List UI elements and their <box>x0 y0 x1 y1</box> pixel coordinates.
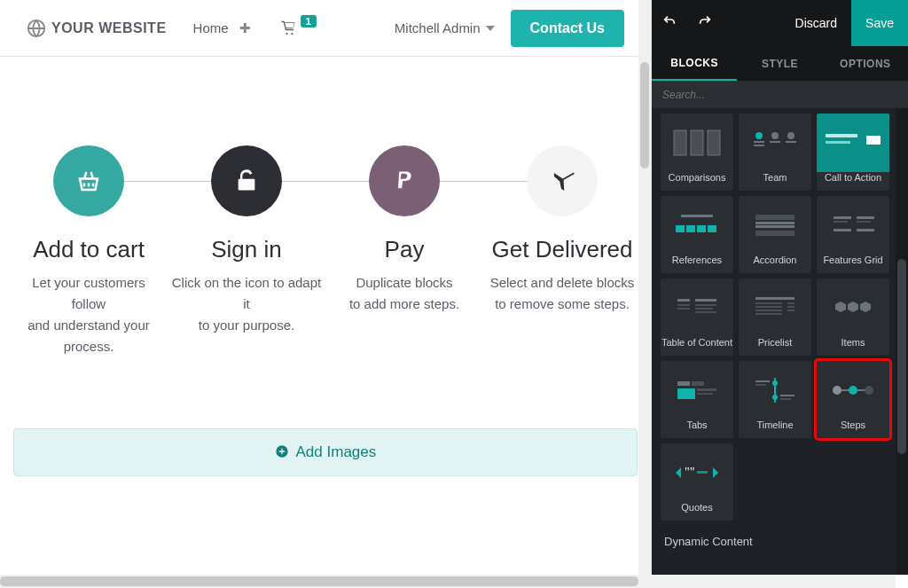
svg-point-7 <box>755 132 763 139</box>
plane-icon <box>527 145 598 216</box>
svg-rect-5 <box>691 130 703 155</box>
save-button[interactable]: Save <box>851 0 908 46</box>
steps-block[interactable]: Add to cart Let your customers follow an… <box>0 57 651 393</box>
undo-button[interactable] <box>652 14 687 32</box>
svg-marker-67 <box>713 467 718 478</box>
cart-icon <box>279 20 297 36</box>
search-bar <box>652 82 908 108</box>
block-cta-label: Call to Action <box>825 172 881 184</box>
cart-link[interactable]: 1 <box>279 20 317 36</box>
step-3-title: Pay <box>329 236 480 263</box>
svg-rect-46 <box>787 310 794 311</box>
add-images-label: Add Images <box>296 443 377 460</box>
svg-rect-44 <box>787 306 794 308</box>
cta-icon <box>817 114 889 172</box>
step-3[interactable]: Pay Duplicate blocks to add more steps. <box>329 145 480 357</box>
block-pricelist[interactable]: Pricelist <box>739 278 811 356</box>
block-items[interactable]: Items <box>817 278 889 356</box>
svg-rect-9 <box>754 145 764 146</box>
website-preview: YOUR WEBSITE Home ✚ 1 Mitchell Admin Con… <box>0 0 652 575</box>
tabs-icon <box>661 361 733 419</box>
svg-point-2 <box>291 32 293 34</box>
block-steps[interactable]: Steps <box>817 361 889 438</box>
block-quotes[interactable]: "" Quotes <box>661 443 733 521</box>
svg-text:"": "" <box>685 466 694 479</box>
block-accordion-label: Accordion <box>754 255 797 266</box>
nav-home[interactable]: Home <box>193 20 229 35</box>
step-3-desc: Duplicate blocks to add more steps. <box>329 272 480 315</box>
site-logo[interactable]: YOUR WEBSITE <box>27 19 167 38</box>
block-features[interactable]: Features Grid <box>817 196 889 273</box>
svg-rect-8 <box>754 141 764 143</box>
blocks-body: Comparisons Team Call to Action Referenc… <box>652 108 908 575</box>
undo-icon <box>661 14 677 28</box>
contact-button[interactable]: Contact Us <box>511 10 624 47</box>
cart-badge: 1 <box>301 15 317 27</box>
preview-scrollbar[interactable] <box>638 0 651 575</box>
step-1[interactable]: Add to cart Let your customers follow an… <box>13 145 164 357</box>
block-timeline[interactable]: Timeline <box>739 361 811 438</box>
tab-blocks[interactable]: BLOCKS <box>652 46 737 81</box>
svg-rect-32 <box>857 229 874 231</box>
block-references[interactable]: References <box>661 196 733 273</box>
svg-rect-13 <box>786 141 796 143</box>
tab-options[interactable]: OPTIONS <box>823 46 908 81</box>
accordion-icon <box>739 196 811 255</box>
block-team[interactable]: Team <box>739 114 811 191</box>
add-images-button[interactable]: Add Images <box>13 428 638 476</box>
block-accordion[interactable]: Accordion <box>739 196 811 273</box>
block-comparisons[interactable]: Comparisons <box>661 114 733 191</box>
references-icon <box>661 196 733 255</box>
quotes-icon: "" <box>661 443 733 502</box>
step-2[interactable]: Sign in Click on the icon to adapt it to… <box>171 145 322 357</box>
user-name: Mitchell Admin <box>395 20 481 35</box>
svg-rect-16 <box>826 141 850 144</box>
redo-button[interactable] <box>687 14 723 32</box>
blocks-grid: Comparisons Team Call to Action Referenc… <box>655 112 908 522</box>
svg-rect-17 <box>866 136 881 145</box>
svg-rect-31 <box>834 229 851 231</box>
svg-rect-47 <box>755 313 782 315</box>
svg-rect-21 <box>697 225 706 232</box>
discard-button[interactable]: Discard <box>781 16 851 30</box>
svg-rect-11 <box>770 141 780 143</box>
steps-icon <box>817 361 889 419</box>
step-4[interactable]: Get Delivered Select and delete blocks t… <box>487 145 638 357</box>
user-dropdown[interactable]: Mitchell Admin <box>395 20 495 35</box>
block-toc[interactable]: Table of Content <box>661 278 733 356</box>
horizontal-scroll-thumb[interactable] <box>0 576 638 586</box>
svg-rect-36 <box>695 299 716 302</box>
panel-scrollbar[interactable] <box>896 108 908 575</box>
brand-text: YOUR WEBSITE <box>51 20 167 36</box>
svg-rect-26 <box>755 231 794 236</box>
panel-scroll-thumb[interactable] <box>897 259 906 454</box>
horizontal-scrollbar[interactable] <box>0 575 896 588</box>
svg-rect-28 <box>834 221 848 223</box>
svg-rect-39 <box>695 311 716 313</box>
svg-rect-45 <box>755 310 782 311</box>
svg-rect-41 <box>755 302 782 304</box>
navbar: YOUR WEBSITE Home ✚ 1 Mitchell Admin Con… <box>0 0 651 57</box>
block-pricelist-label: Pricelist <box>758 337 793 349</box>
items-icon <box>817 278 889 337</box>
search-input[interactable] <box>652 82 908 108</box>
block-cta[interactable]: Call to Action <box>817 114 889 191</box>
svg-point-61 <box>833 386 841 395</box>
plus-circle-icon <box>275 444 289 459</box>
tab-style[interactable]: STYLE <box>737 46 822 81</box>
svg-rect-56 <box>755 380 770 382</box>
svg-point-1 <box>286 32 287 34</box>
preview-scroll-thumb[interactable] <box>640 62 649 169</box>
step-2-desc: Click on the icon to adapt it to your pu… <box>171 272 322 336</box>
block-tabs[interactable]: Tabs <box>661 361 733 438</box>
step-4-title: Get Delivered <box>487 236 638 263</box>
timeline-icon <box>739 361 811 419</box>
svg-rect-66 <box>697 471 708 474</box>
svg-rect-59 <box>780 398 791 400</box>
features-icon <box>817 196 889 255</box>
svg-rect-22 <box>708 225 716 232</box>
pricelist-icon <box>739 278 811 337</box>
plus-icon[interactable]: ✚ <box>239 20 251 36</box>
block-features-label: Features Grid <box>823 255 882 266</box>
editor-toolbar: Discard Save <box>652 0 908 46</box>
